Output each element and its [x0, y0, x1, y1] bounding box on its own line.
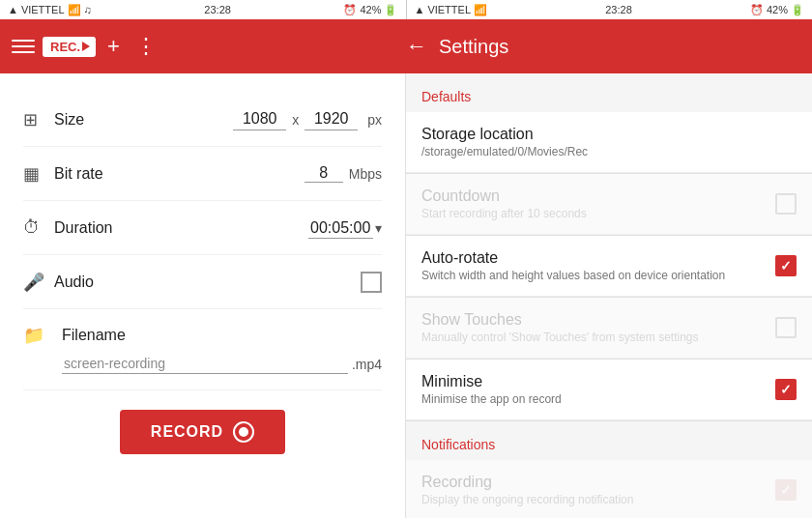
status-left-info: ▲ VIETTEL 📶 ♫	[8, 4, 92, 16]
rec-logo: REC.	[43, 37, 96, 57]
bitrate-unit-label: Mbps	[349, 166, 382, 182]
minimise-subtitle: Minimise the app on record	[421, 392, 764, 406]
storage-text: Storage location /storage/emulated/0/Mov…	[421, 126, 797, 158]
record-circle-inner	[239, 427, 248, 437]
left-panel: ⊞ Size x px ▦ Bit rate Mbps ⏱ Duration	[0, 73, 406, 518]
showtouches-subtitle: Manually control 'Show Touches' from sys…	[421, 331, 764, 344]
add-button[interactable]: +	[103, 30, 124, 63]
showtouches-checkbox	[775, 317, 797, 338]
music-icon: ♫	[84, 4, 92, 15]
countdown-text: Countdown Start recording after 10 secon…	[421, 187, 764, 220]
wifi-icon-right: 📶	[474, 4, 487, 16]
duration-label: Duration	[54, 219, 141, 237]
recording-notif-text: Recording Display the ongoing recording …	[421, 474, 764, 506]
size-row: ⊞ Size x px	[23, 93, 382, 147]
status-bar-container: ▲ VIETTEL 📶 ♫ 23:28 ⏰ 42% 🔋 ▲ VIETTEL 📶 …	[0, 0, 812, 19]
recording-notif-title: Recording	[421, 474, 764, 491]
settings-item-autorotate[interactable]: Auto-rotate Switch width and height valu…	[406, 236, 812, 297]
settings-item-showtouches: Show Touches Manually control 'Show Touc…	[406, 298, 812, 359]
alarm-icon-right: ⏰	[750, 4, 764, 16]
filename-input-row: .mp4	[23, 354, 382, 374]
size-x-separator: x	[292, 112, 299, 128]
hamburger-line-3	[12, 51, 35, 53]
autorotate-checkbox[interactable]	[775, 255, 797, 276]
minimise-title: Minimise	[421, 373, 764, 390]
audio-icon: 🎤	[23, 272, 54, 293]
content-area: ⊞ Size x px ▦ Bit rate Mbps ⏱ Duration	[0, 73, 812, 518]
defaults-header: Defaults	[406, 73, 812, 112]
audio-checkbox[interactable]	[361, 272, 382, 293]
duration-wrapper: 00:05:00 00:01:00 00:10:00 No limit ▾	[308, 217, 382, 239]
right-panel: Defaults Storage location /storage/emula…	[406, 73, 812, 518]
carrier-right: VIETTEL	[427, 4, 471, 15]
showtouches-title: Show Touches	[421, 311, 764, 329]
bitrate-input[interactable]	[304, 164, 343, 183]
rec-text: REC.	[50, 40, 80, 54]
size-width-input[interactable]	[233, 108, 286, 130]
hamburger-line-1	[12, 40, 35, 42]
battery-percent-left: 42%	[360, 4, 381, 15]
size-unit-label: px	[367, 112, 382, 128]
alarm-icon-left: ⏰	[343, 4, 357, 16]
countdown-checkbox	[775, 193, 797, 215]
filename-label-row: 📁 Filename	[23, 325, 149, 346]
duration-control: 00:05:00 00:01:00 00:10:00 No limit ▾	[141, 217, 382, 239]
status-bar-left: ▲ VIETTEL 📶 ♫ 23:28 ⏰ 42% 🔋	[0, 0, 406, 19]
app-bar-left: REC. + ⋮	[12, 30, 406, 63]
battery-right: ⏰ 42% 🔋	[750, 4, 804, 16]
bitrate-row: ▦ Bit rate Mbps	[23, 147, 382, 201]
play-icon	[82, 42, 90, 51]
audio-label: Audio	[54, 273, 141, 291]
app-bar: REC. + ⋮ ← Settings	[0, 19, 812, 73]
minimise-checkbox[interactable]	[775, 379, 797, 400]
more-button[interactable]: ⋮	[131, 30, 160, 63]
record-button[interactable]: RECORD	[120, 410, 285, 454]
filename-label: Filename	[62, 327, 149, 344]
status-right-info: ▲ VIETTEL 📶	[415, 4, 488, 16]
duration-icon: ⏱	[23, 217, 54, 238]
filename-input[interactable]	[62, 354, 348, 374]
carrier-left: VIETTEL	[21, 4, 65, 15]
hamburger-line-2	[12, 45, 35, 47]
recording-notif-subtitle: Display the ongoing recording notificati…	[421, 493, 764, 506]
autorotate-subtitle: Switch width and height values based on …	[421, 269, 764, 282]
back-button[interactable]: ←	[406, 34, 427, 59]
storage-title: Storage location	[421, 126, 797, 143]
battery-percent-right: 42%	[767, 4, 788, 15]
record-label: RECORD	[151, 423, 223, 441]
bitrate-control: Mbps	[141, 164, 382, 183]
size-height-input[interactable]	[304, 108, 358, 130]
filename-ext-label: .mp4	[352, 357, 382, 372]
time-right: 23:28	[605, 4, 632, 15]
dropdown-arrow-icon: ▾	[375, 220, 382, 236]
filename-icon: 📁	[23, 325, 54, 346]
status-bar-right: ▲ VIETTEL 📶 23:28 ⏰ 42% 🔋	[407, 0, 813, 19]
signal-icon-right: ▲	[415, 4, 425, 15]
size-icon: ⊞	[23, 109, 54, 130]
filename-row: 📁 Filename .mp4	[23, 309, 382, 390]
record-btn-row: RECORD	[23, 390, 382, 464]
bitrate-icon: ▦	[23, 163, 54, 185]
showtouches-text: Show Touches Manually control 'Show Touc…	[421, 311, 764, 344]
settings-item-recording-notif: Recording Display the ongoing recording …	[406, 460, 812, 518]
audio-control	[141, 272, 382, 293]
bitrate-label: Bit rate	[54, 165, 141, 183]
countdown-title: Countdown	[421, 187, 764, 205]
battery-icon-right: 🔋	[791, 4, 804, 16]
settings-item-storage[interactable]: Storage location /storage/emulated/0/Mov…	[406, 112, 812, 173]
duration-select[interactable]: 00:05:00 00:01:00 00:10:00 No limit	[308, 217, 373, 239]
settings-item-minimise[interactable]: Minimise Minimise the app on record	[406, 360, 812, 420]
time-left: 23:28	[204, 4, 231, 15]
settings-title: Settings	[439, 36, 508, 58]
minimise-text: Minimise Minimise the app on record	[421, 373, 764, 406]
size-control: x px	[141, 108, 382, 130]
notifications-header: Notifications	[406, 421, 812, 460]
size-label: Size	[54, 111, 141, 129]
countdown-subtitle: Start recording after 10 seconds	[421, 207, 764, 220]
autorotate-title: Auto-rotate	[421, 249, 764, 267]
menu-button[interactable]	[12, 35, 35, 58]
settings-bar: ← Settings	[406, 34, 800, 59]
duration-row: ⏱ Duration 00:05:00 00:01:00 00:10:00 No…	[23, 201, 382, 255]
battery-icon-left: 🔋	[384, 4, 397, 16]
recording-notif-checkbox	[775, 479, 797, 501]
